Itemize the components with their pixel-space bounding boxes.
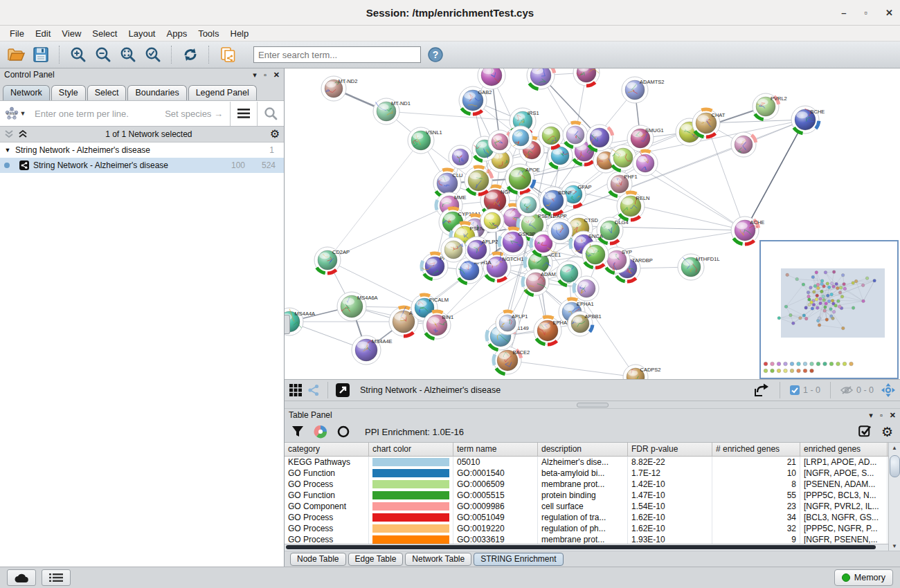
panel-menu-icon[interactable]: ▾ (869, 411, 873, 420)
tab-style[interactable]: Style (51, 85, 86, 100)
menu-item-help[interactable]: Help (225, 27, 255, 40)
panel-float-icon[interactable]: ▫ (880, 411, 883, 419)
network-node-bin1[interactable]: BIN1 (423, 311, 453, 339)
network-node-smug1[interactable]: SMUG1 (627, 125, 664, 151)
network-node[interactable] (586, 125, 613, 151)
help-icon[interactable]: ? (425, 44, 446, 65)
search-input[interactable] (253, 46, 421, 63)
column-header-description[interactable]: description (538, 443, 628, 456)
string-db-selector[interactable]: STRING ▼ (0, 107, 30, 120)
network-node-gab2[interactable]: GAB2 (459, 86, 492, 114)
column-header--enriched-genes[interactable]: # enriched genes (712, 443, 800, 456)
table-row[interactable]: GO FunctionGO:0001540beta-amyloid bi...1… (285, 468, 888, 479)
horizontal-scrollbar[interactable] (285, 544, 888, 551)
ring-chart-icon[interactable] (337, 425, 350, 438)
open-file-button[interactable] (6, 44, 26, 65)
column-header-enriched-genes[interactable]: enriched genes (800, 443, 888, 456)
tab-edge-table[interactable]: Edge Table (348, 553, 404, 566)
panel-close-icon[interactable]: ✕ (273, 71, 280, 80)
network-node[interactable] (582, 241, 609, 268)
save-session-button[interactable] (30, 44, 51, 65)
network-node-vsnl1[interactable]: VSNL1 (408, 127, 442, 154)
network-node[interactable] (731, 132, 756, 157)
table-row[interactable]: GO ComponentGO:0009986cell surface1.54E-… (285, 501, 888, 512)
network-node[interactable] (633, 151, 658, 176)
zoom-fit-button[interactable] (118, 44, 138, 65)
network-from-clipboard-button[interactable] (217, 44, 238, 65)
tab-network[interactable]: Network (3, 85, 50, 100)
maximize-button[interactable]: ▫ (864, 8, 867, 18)
network-collection-row[interactable]: ▼ String Network - Alzheimer's disease 1 (0, 143, 284, 158)
column-header-chart-color[interactable]: chart color (369, 443, 453, 456)
eye-slash-icon[interactable] (840, 385, 853, 395)
menu-item-view[interactable]: View (56, 27, 87, 40)
column-header-term-name[interactable]: term name (453, 443, 538, 456)
collapse-all-icon[interactable] (4, 130, 14, 138)
network-node[interactable] (509, 126, 532, 149)
tab-string-enrichment[interactable]: STRING Enrichment (474, 553, 563, 566)
network-canvas[interactable]: MT-ND2MT-ND1VSNL1GAB2ADAMTS2PVRL2TOMM40S… (285, 68, 900, 380)
network-node-cadps2[interactable]: CADPS2 (623, 365, 661, 379)
network-node-cd2ap[interactable]: CD2AP (314, 247, 350, 273)
network-node[interactable] (441, 237, 466, 262)
panel-close-icon[interactable]: ✕ (890, 411, 896, 420)
network-node-apbb1[interactable]: APBB1 (568, 311, 602, 336)
network-node-mt-nd1[interactable]: MT-ND1 (373, 98, 411, 125)
detach-view-icon[interactable] (335, 383, 350, 398)
cloud-tasks-button[interactable] (7, 569, 36, 586)
network-node[interactable] (563, 122, 588, 147)
grid-view-icon[interactable] (289, 383, 303, 397)
close-button[interactable]: ✕ (885, 8, 893, 18)
menu-item-tools[interactable]: Tools (192, 27, 224, 40)
table-row[interactable]: GO ProcessGO:0006509membrane prot...1.42… (285, 479, 888, 490)
network-node[interactable] (610, 145, 636, 171)
column-header-fdr-p-value[interactable]: FDR p-value (628, 443, 712, 456)
settings-gear-icon[interactable]: ⚙ (881, 425, 893, 439)
minimize-button[interactable]: – (841, 8, 846, 18)
network-node[interactable] (539, 123, 564, 148)
set-species-link[interactable]: Set species → (158, 109, 230, 119)
network-node-aplp1[interactable]: APLP1 (496, 311, 528, 335)
string-query-input[interactable]: Enter one term per line. (30, 109, 158, 119)
memory-button[interactable]: Memory (834, 569, 893, 586)
checkbox-icon[interactable] (790, 385, 800, 395)
navigator-icon[interactable] (881, 383, 896, 398)
scrollbar-thumb[interactable] (890, 455, 900, 477)
tab-node-table[interactable]: Node Table (290, 553, 346, 566)
zoom-selected-button[interactable] (143, 44, 163, 65)
network-node[interactable] (574, 276, 599, 301)
refresh-network-button[interactable] (180, 44, 201, 65)
string-search-button[interactable] (258, 102, 284, 126)
string-options-button[interactable] (231, 102, 257, 126)
tab-network-table[interactable]: Network Table (405, 553, 471, 566)
zoom-in-button[interactable] (68, 44, 89, 65)
network-node[interactable] (548, 219, 573, 244)
table-row[interactable]: GO ProcessGO:0051049regulation of tra...… (285, 512, 888, 523)
task-list-button[interactable] (42, 569, 71, 586)
network-node[interactable] (449, 145, 472, 169)
donut-chart-icon[interactable] (314, 425, 327, 439)
network-node-adam10[interactable]: ADAM10 (523, 269, 561, 295)
table-row[interactable]: GO ProcessGO:0033619membrane prot...1.93… (285, 534, 888, 544)
share-view-icon[interactable] (307, 383, 321, 397)
scroll-up-icon[interactable]: ▲ (890, 443, 899, 452)
network-node-ms4a4e[interactable]: MS4A4E (352, 336, 393, 365)
menu-item-apps[interactable]: Apps (161, 27, 193, 40)
network-node-pvrl2[interactable]: PVRL2 (753, 93, 787, 120)
panel-splitter[interactable] (285, 401, 900, 409)
birdseye-view[interactable] (760, 241, 898, 378)
panel-menu-icon[interactable]: ▾ (253, 71, 257, 80)
gear-icon[interactable]: ⚙ (270, 129, 280, 140)
table-row[interactable]: GO ProcessGO:0019220regulation of ph...1… (285, 523, 888, 534)
zoom-out-button[interactable] (93, 44, 114, 65)
network-node-reln[interactable]: RELN (617, 192, 650, 220)
tab-select[interactable]: Select (87, 85, 127, 100)
expand-all-icon[interactable] (18, 130, 28, 138)
menu-item-layout[interactable]: Layout (123, 27, 161, 40)
table-row[interactable]: GO FunctionGO:0005515protein binding1.47… (285, 490, 888, 501)
menu-item-file[interactable]: File (4, 27, 30, 40)
network-node[interactable] (488, 130, 512, 154)
menu-item-edit[interactable]: Edit (30, 27, 56, 40)
tab-boundaries[interactable]: Boundaries (127, 85, 186, 100)
column-header-category[interactable]: category (285, 443, 369, 456)
